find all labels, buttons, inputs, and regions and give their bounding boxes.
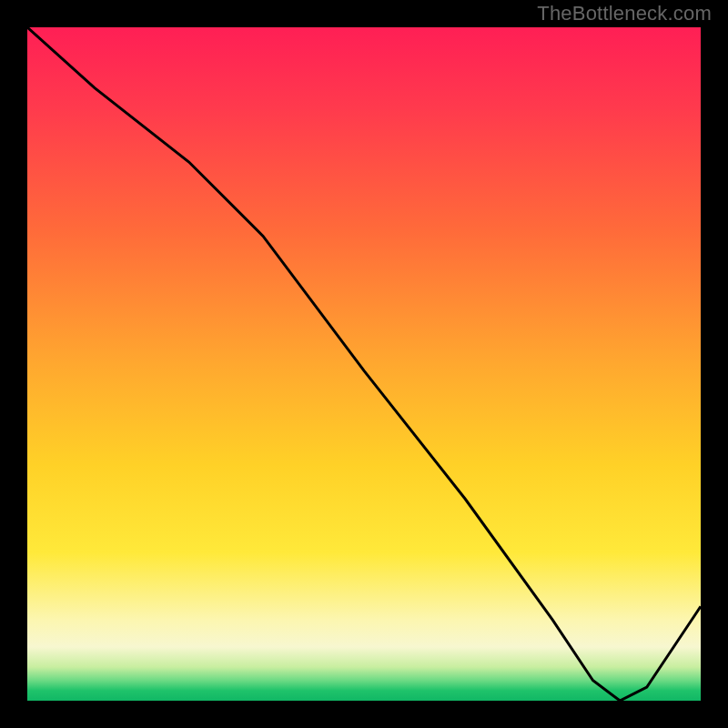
chart-container: TheBottleneck.com xyxy=(0,0,728,728)
line-curve xyxy=(27,27,701,701)
plot-area xyxy=(27,27,701,701)
curve-path xyxy=(27,27,701,701)
watermark-text: TheBottleneck.com xyxy=(537,2,712,25)
